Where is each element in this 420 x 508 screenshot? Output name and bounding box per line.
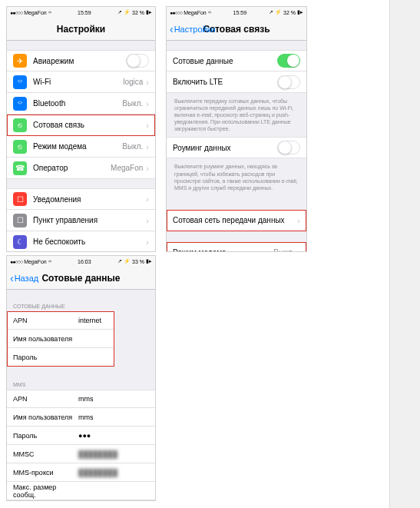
row-включить-lte: Включить LTE [167,71,306,93]
row-icon: ☾ [13,235,27,249]
row-icon: ⎋ [13,140,27,154]
sidebar-placeholder [389,0,420,508]
row-label: Авиарежим [33,57,126,65]
row-оператор[interactable]: ☎ОператорMegaFon› [7,158,155,179]
field-пароль[interactable]: Пароль●●● [7,427,155,445]
row-value: Выкл. [122,142,143,151]
settings-group-1: ✈Авиарежим⌔Wi-Filogica›⌔BluetoothВыкл.›⎋… [7,50,155,179]
row-не-беспокоить[interactable]: ☾Не беспокоить› [7,231,155,252]
chevron-left-icon: ‹ [170,23,174,35]
page-title: Настройки [57,24,105,35]
row-icon: ☐ [13,214,27,227]
row-icon: ⌔ [13,97,27,111]
row-label: Режим модема [173,248,273,252]
chevron-right-icon: › [146,121,149,130]
back-button[interactable]: ‹Назад [10,272,38,284]
row-label: Сотовые данные [173,57,277,65]
field-value[interactable]: ████████ [78,450,117,458]
chevron-right-icon: › [146,78,149,87]
field-label: APN [13,317,78,324]
row-label: Bluetooth [33,99,122,108]
field-mms-прокси[interactable]: MMS-прокси████████ [7,463,155,482]
chevron-right-icon: › [297,216,300,225]
screen-cellular: ●●○○○MegaFon⌔ 15:59 ↗⚡32 %▮▸ ‹Настройки … [166,6,307,252]
row-icon: ✈ [13,54,27,68]
field-label: MMSC [13,450,78,458]
screen-settings: ●●○○○MegaFon⌔ 15:59 ↗⚡32 %▮▸ Настройки ✈… [6,6,156,252]
row-уведомления[interactable]: ☐Уведомления› [7,188,155,210]
page-title: Сотовые данные [41,273,120,284]
row-label: Сотовая связь [33,121,146,129]
settings-group-2: ☐Уведомления›☐Пункт управления›☾Не беспо… [7,188,155,252]
row-режим-модема[interactable]: Режим модемаВыкл.› [167,242,306,252]
chevron-right-icon: › [146,194,149,204]
toggle-switch[interactable] [126,54,149,68]
field-value[interactable]: mms [78,395,94,403]
row-режим-модема[interactable]: ⎋Режим модемаВыкл.› [7,136,155,158]
field-value[interactable]: mms [78,413,94,421]
toggle-switch[interactable] [277,141,300,154]
field-apn[interactable]: APNinternet [7,311,114,330]
section-header: MMS [7,377,155,390]
row-label: Пункт управления [33,216,146,224]
row-label: Включить LTE [173,78,277,86]
field-имя-пользователя[interactable]: Имя пользователя [7,330,114,348]
status-bar: ●●○○○MegaFon⌔ 16:03 ↗⚡33 %▮▸ [7,256,155,267]
chevron-left-icon: ‹ [10,272,14,284]
field-value[interactable]: internet [78,317,101,324]
field-пароль[interactable]: Пароль [7,348,114,367]
field-label: Пароль [13,354,78,361]
chevron-right-icon: › [146,216,149,225]
field-label: Имя пользователя [13,335,78,343]
field-value[interactable]: ████████ [78,469,117,476]
row-label: Оператор [33,164,111,172]
screen-cellular-data: ●●○○○MegaFon⌔ 16:03 ↗⚡33 %▮▸ ‹Назад Сото… [6,255,156,501]
row-wi-fi[interactable]: ⌔Wi-Filogica› [7,71,155,93]
chevron-right-icon: › [146,142,149,151]
header: ‹Настройки Сотовая связь [167,18,306,41]
row-icon: ⎋ [13,118,27,132]
row-label: Режим модема [33,142,122,151]
back-button[interactable]: ‹Настройки [170,23,216,35]
header: ‹Назад Сотовые данные [7,267,155,290]
row-value: Выкл. [122,99,143,108]
row-авиарежим: ✈Авиарежим [7,50,155,71]
field-apn[interactable]: APNmms [7,390,155,408]
section-header: СОТОВЫЕ ДАННЫЕ [7,299,155,311]
row-value: MegaFon [111,164,143,172]
row-сотовые-данные: Сотовые данные [167,50,306,71]
row-роуминг-данных: Роуминг данных [167,137,306,158]
status-bar: ●●○○○MegaFon⌔ 15:59 ↗⚡32 %▮▸ [167,7,306,18]
row-label: Уведомления [33,195,146,204]
row-icon: ☎ [13,161,27,175]
field-имя-пользователя[interactable]: Имя пользователяmms [7,408,155,427]
field-value[interactable]: ●●● [78,432,91,440]
chevron-right-icon: › [146,237,149,247]
row-сотовая-сеть-передачи-данных[interactable]: Сотовая сеть передачи данных› [167,210,306,231]
row-value: logica [123,78,143,86]
field-макс.-размер-сообщ.[interactable]: Макс. размер сообщ. [7,482,155,500]
field-label: MMS-прокси [13,469,78,476]
row-сотовая-связь[interactable]: ⎋Сотовая связь› [7,115,155,136]
field-mmsc[interactable]: MMSC████████ [7,445,155,463]
row-icon: ⌔ [13,75,27,89]
row-пункт-управления[interactable]: ☐Пункт управления› [7,210,155,231]
help-text: Выключите передачу сотовых данных, чтобы… [167,93,306,137]
toggle-switch[interactable] [277,75,300,89]
row-bluetooth[interactable]: ⌔BluetoothВыкл.› [7,93,155,115]
help-text: Выключите роуминг данных, находясь за гр… [167,158,306,195]
row-value: Выкл. [273,248,294,252]
status-bar: ●●○○○MegaFon⌔ 15:59 ↗⚡32 %▮▸ [7,7,155,18]
field-label: Имя пользователя [13,413,78,421]
header: Настройки [7,18,155,41]
field-label: APN [13,395,78,403]
chevron-right-icon: › [146,164,149,173]
field-label: Макс. размер сообщ. [13,483,78,499]
cellular-data-fields: APNinternetИмя пользователяПароль [7,311,114,367]
toggle-switch[interactable] [277,54,300,68]
row-label: Роуминг данных [173,144,277,152]
row-label: Wi-Fi [33,78,123,86]
field-label: Пароль [13,432,78,440]
row-label: Не беспокоить [33,237,146,246]
chevron-right-icon: › [297,248,300,252]
